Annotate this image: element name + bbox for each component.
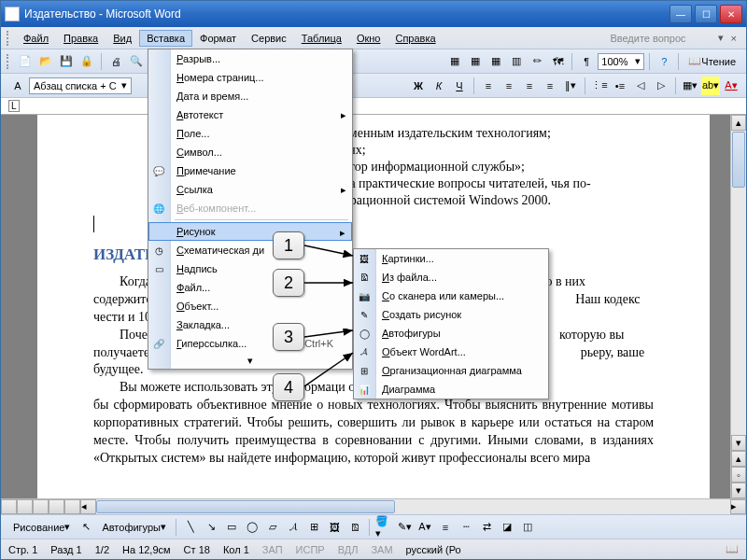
- submenu-item--[interactable]: 🖼Картинки...: [354, 249, 548, 268]
- status-ovr[interactable]: ЗАМ: [371, 544, 392, 555]
- insert-table-button[interactable]: ▦: [466, 52, 485, 71]
- horizontal-scrollbar[interactable]: ◂ ▸: [1, 498, 746, 514]
- align-center-button[interactable]: ≡: [500, 77, 518, 95]
- status-spell-icon[interactable]: 📖: [726, 543, 739, 555]
- maximize-button[interactable]: ☐: [695, 5, 717, 23]
- drawing-button[interactable]: ✏: [528, 52, 546, 71]
- menu-item--[interactable]: Автотекст▸: [148, 105, 352, 124]
- font-color-button[interactable]: A▾: [722, 77, 740, 95]
- 3d-button[interactable]: ◫: [518, 518, 537, 537]
- view-page-button[interactable]: [33, 499, 49, 514]
- line-style-button[interactable]: ≡: [436, 518, 455, 537]
- submenu-item--[interactable]: ⊞Организационная диаграмма: [354, 361, 548, 380]
- oval-button[interactable]: ◯: [243, 518, 261, 537]
- menu-help[interactable]: Справка: [388, 30, 443, 47]
- menu-item--[interactable]: 💬Примечание: [148, 161, 352, 180]
- menu-item--[interactable]: Файл...: [148, 278, 352, 297]
- scroll-left-button[interactable]: ◂: [80, 499, 96, 514]
- next-page-button[interactable]: ▾: [731, 483, 746, 498]
- select-objects-button[interactable]: ↖: [77, 518, 95, 537]
- open-button[interactable]: 📂: [36, 52, 55, 71]
- borders-button[interactable]: ▦▾: [681, 77, 699, 95]
- submenu-item--[interactable]: 🖻Из файла...: [354, 268, 548, 287]
- style-combo[interactable]: Абзац списка + С▾: [29, 77, 132, 94]
- menu-item--[interactable]: Символ...: [148, 143, 352, 161]
- italic-button[interactable]: К: [430, 77, 448, 95]
- view-reading-button[interactable]: [64, 499, 80, 514]
- menu-item--[interactable]: Объект...: [148, 297, 352, 315]
- menu-item--[interactable]: Ссылка▸: [148, 180, 352, 199]
- menu-view[interactable]: Вид: [106, 30, 139, 47]
- grip-handle[interactable]: [7, 54, 10, 69]
- menu-item--[interactable]: Дата и время...: [148, 87, 352, 105]
- excel-button[interactable]: ▦: [486, 52, 505, 71]
- para-marks-button[interactable]: ¶: [577, 52, 596, 71]
- menu-item--[interactable]: Рисунок▸: [148, 222, 352, 241]
- map-button[interactable]: 🗺: [548, 52, 567, 71]
- hscroll-track[interactable]: [96, 499, 730, 514]
- scroll-down-button[interactable]: ▾: [731, 435, 746, 451]
- status-rec[interactable]: ЗАП: [262, 544, 283, 555]
- fill-color-button[interactable]: 🪣▾: [374, 518, 393, 537]
- menu-item--[interactable]: Закладка...: [148, 315, 352, 334]
- new-doc-button[interactable]: 📄: [16, 52, 35, 71]
- zoom-combo[interactable]: 100%▾: [598, 53, 644, 70]
- line-spacing-button[interactable]: ‖▾: [561, 77, 580, 95]
- menu-edit[interactable]: Правка: [56, 30, 106, 47]
- underline-button[interactable]: Ч: [450, 77, 469, 95]
- menu-tools[interactable]: Сервис: [244, 30, 294, 47]
- line-button[interactable]: ╲: [181, 518, 200, 537]
- dash-style-button[interactable]: ┄: [457, 518, 475, 537]
- diagram-button[interactable]: ⊞: [304, 518, 323, 537]
- read-mode-button[interactable]: 📖 Чтение: [684, 52, 740, 71]
- close-button[interactable]: ✕: [720, 5, 742, 23]
- submenu-item--[interactable]: 📷Со сканера или камеры...: [354, 287, 548, 305]
- numbered-list-button[interactable]: ⋮≡: [590, 77, 609, 95]
- grip-handle[interactable]: [7, 31, 10, 46]
- status-lang[interactable]: русский (Ро: [406, 544, 461, 555]
- scroll-up-button[interactable]: ▴: [731, 115, 746, 131]
- menu-window[interactable]: Окно: [349, 30, 388, 47]
- submenu-item--wordart-[interactable]: 𝓐Объект WordArt...: [354, 343, 548, 361]
- prev-page-button[interactable]: ▴: [731, 451, 746, 467]
- hscroll-thumb[interactable]: [96, 500, 395, 513]
- line-color-button[interactable]: ✎▾: [395, 518, 414, 537]
- menu-item--[interactable]: 🔗Гиперссылка...Ctrl+K: [148, 334, 352, 353]
- save-button[interactable]: 💾: [57, 52, 76, 71]
- view-outline-button[interactable]: [49, 499, 64, 514]
- view-normal-button[interactable]: [1, 499, 17, 514]
- indent-button[interactable]: ▷: [652, 77, 670, 95]
- print-button[interactable]: 🖨: [106, 52, 125, 71]
- tables-button[interactable]: ▦: [445, 52, 464, 71]
- browse-object-button[interactable]: ◦: [731, 467, 746, 483]
- arrow-style-button[interactable]: ⇄: [477, 518, 496, 537]
- view-web-button[interactable]: [17, 499, 33, 514]
- menu-file[interactable]: Файл: [16, 30, 56, 47]
- submenu-item--[interactable]: 📊Диаграмма: [354, 380, 548, 399]
- scroll-thumb[interactable]: [732, 132, 745, 188]
- styles-button[interactable]: A: [8, 77, 27, 95]
- preview-button[interactable]: 🔍: [127, 52, 146, 71]
- align-right-button[interactable]: ≡: [520, 77, 539, 95]
- horizontal-ruler[interactable]: L: [1, 98, 746, 115]
- ask-question-box[interactable]: Введите вопрос: [610, 33, 713, 44]
- rect-button[interactable]: ▭: [222, 518, 241, 537]
- outdent-button[interactable]: ◁: [631, 77, 650, 95]
- bulleted-list-button[interactable]: •≡: [611, 77, 629, 95]
- arrow-button[interactable]: ↘: [202, 518, 220, 537]
- textbox-button[interactable]: ▱: [263, 518, 282, 537]
- doc-close-button[interactable]: ×: [727, 33, 740, 44]
- shadow-button[interactable]: ◪: [498, 518, 516, 537]
- bold-button[interactable]: Ж: [409, 77, 428, 95]
- permissions-button[interactable]: 🔒: [78, 52, 96, 71]
- menu-format[interactable]: Формат: [192, 30, 244, 47]
- minimize-button[interactable]: —: [669, 5, 692, 23]
- wordart-button[interactable]: 𝓐: [284, 518, 303, 537]
- menu-item--[interactable]: ◷Схематическая ди: [148, 241, 352, 259]
- menu-table[interactable]: Таблица: [294, 30, 349, 47]
- autoshapes-menu[interactable]: Автофигуры ▾: [97, 518, 171, 537]
- status-trk[interactable]: ИСПР: [296, 544, 325, 555]
- draw-menu[interactable]: Рисование ▾: [8, 518, 75, 537]
- menu-item--[interactable]: ▭Надпись: [148, 259, 352, 278]
- menubar-chevron[interactable]: ▾: [714, 32, 727, 44]
